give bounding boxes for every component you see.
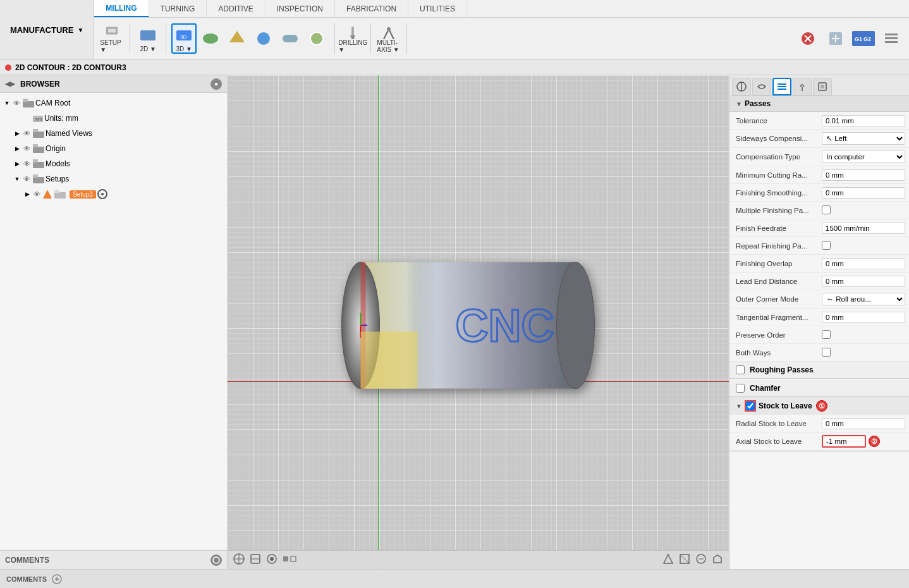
g1g2-btn[interactable]: G1G2 — [851, 23, 876, 54]
tab-turning[interactable]: TURNING — [149, 0, 207, 17]
models-eye[interactable]: 👁 — [21, 159, 32, 169]
props-tab-link[interactable] — [793, 78, 812, 95]
comments-icon[interactable] — [210, 554, 222, 566]
lead-end-label: Lead End Distance — [729, 276, 818, 287]
comp-type-select[interactable]: In computer In control None — [822, 150, 905, 163]
finish-smoothing-value[interactable] — [818, 186, 909, 200]
lead-end-input[interactable] — [822, 276, 905, 287]
tab-inspection[interactable]: INSPECTION — [265, 0, 335, 17]
finish-smoothing-input[interactable] — [822, 187, 905, 199]
tree-item-units[interactable]: ▶ 👁 mm Units: mm — [0, 111, 227, 126]
tree-item-named-views[interactable]: ▶ 👁 Named Views — [0, 126, 227, 141]
corner-mode-value[interactable]: ～ Roll arou... Sharp Chamfer — [818, 291, 909, 307]
3d-btn5[interactable] — [278, 23, 303, 54]
finish-overlap-input[interactable] — [822, 258, 905, 269]
repeat-finish-checkbox[interactable] — [822, 241, 831, 250]
tree-item-origin[interactable]: ▶ 👁 Origin — [0, 141, 227, 156]
tree-item-setups[interactable]: ▼ 👁 Setups — [0, 171, 227, 187]
tab-additive[interactable]: ADDITIVE — [207, 0, 265, 17]
vp-btn-2[interactable] — [249, 553, 262, 567]
stock-leave-checkbox[interactable] — [746, 401, 755, 410]
finish-feedrate-input[interactable] — [822, 223, 905, 234]
stock-leave-header[interactable]: ▼ Stock to Leave ① — [729, 397, 909, 415]
finish-feedrate-value[interactable] — [818, 221, 909, 235]
both-ways-checkbox[interactable] — [822, 348, 831, 357]
2d-btn[interactable]: 2D ▼ — [135, 23, 161, 54]
sideways-comp-value[interactable]: ↖ Left Right Center — [818, 131, 909, 146]
roughing-section[interactable]: Roughing Passes — [729, 362, 909, 379]
3d-btn6[interactable] — [304, 23, 329, 54]
drilling-btn[interactable]: DRILLING ▼ — [340, 23, 365, 54]
3d-contour-btn[interactable]: 3D 3D ▼ — [171, 23, 197, 54]
3d-group: 3D 3D ▼ — [171, 23, 335, 54]
lead-end-value[interactable] — [818, 274, 909, 288]
vp-right-btn4[interactable] — [711, 553, 724, 567]
browser-collapse-btn[interactable]: ● — [210, 78, 222, 90]
multi-finish-checkbox[interactable] — [822, 205, 831, 214]
extra-btn1[interactable] — [795, 23, 821, 54]
finish-overlap-label: Finishing Overlap — [729, 258, 818, 269]
axial-stock-value[interactable]: ② — [818, 434, 909, 449]
vp-right-btn2[interactable] — [678, 553, 691, 567]
tab-utilities[interactable]: UTILITIES — [408, 0, 467, 17]
extra-btn2[interactable] — [823, 23, 848, 54]
svg-rect-71 — [821, 85, 824, 89]
browser-arrows[interactable]: ◀▶ — [5, 80, 15, 87]
svg-point-56 — [270, 557, 274, 561]
3d-btn2[interactable] — [198, 23, 223, 54]
tree-item-models[interactable]: ▶ 👁 Models — [0, 156, 227, 171]
preserve-order-checkbox[interactable] — [822, 330, 831, 339]
setups-eye[interactable]: 👁 — [21, 174, 32, 184]
2d-group: 2D ▼ — [135, 23, 166, 54]
sideways-comp-select[interactable]: ↖ Left Right Center — [822, 132, 905, 145]
3d-btn3[interactable] — [224, 23, 250, 54]
tree-item-setup3[interactable]: ▶ 👁 Setup3 — [0, 187, 227, 202]
setup-btn[interactable]: SETUP ▼ — [99, 23, 125, 54]
tab-milling[interactable]: MILLING — [94, 0, 149, 17]
props-tab-route[interactable] — [752, 78, 771, 95]
chamfer-checkbox[interactable] — [736, 384, 745, 393]
cam-root-eye[interactable]: 👁 — [11, 98, 21, 108]
both-ways-value[interactable] — [818, 346, 909, 359]
min-cutting-value[interactable] — [818, 168, 909, 182]
multi-finish-value[interactable] — [818, 204, 909, 217]
repeat-finish-value[interactable] — [818, 240, 909, 252]
comp-type-value[interactable]: In computer In control None — [818, 149, 909, 164]
radial-stock-input[interactable] — [822, 418, 905, 429]
tolerance-value[interactable] — [818, 114, 909, 128]
chamfer-section[interactable]: Chamfer — [729, 380, 909, 397]
finish-overlap-value[interactable] — [818, 257, 909, 271]
props-tab-stock[interactable] — [813, 78, 832, 95]
tang-frag-input[interactable] — [822, 312, 905, 323]
list-btn[interactable] — [879, 23, 904, 54]
roughing-checkbox[interactable] — [736, 365, 745, 374]
min-cutting-input[interactable] — [822, 169, 905, 181]
corner-mode-select[interactable]: ～ Roll arou... Sharp Chamfer — [822, 293, 905, 305]
props-tab-tool[interactable] — [732, 78, 751, 95]
chamfer-label: Chamfer — [750, 384, 781, 393]
tree-item-cam-root[interactable]: ▼ 👁 CAM Root — [0, 95, 227, 111]
comments-expand-icon[interactable] — [52, 574, 62, 584]
origin-eye[interactable]: 👁 — [21, 144, 32, 154]
tolerance-input[interactable] — [822, 115, 905, 126]
manufacture-button[interactable]: MANUFACTURE ▼ — [0, 0, 94, 59]
viewport[interactable]: CNC — [228, 75, 729, 569]
tang-frag-value[interactable] — [818, 310, 909, 324]
tab-fabrication[interactable]: FABRICATION — [335, 0, 408, 17]
3d-btn4[interactable] — [251, 23, 276, 54]
props-tab-passes[interactable] — [772, 78, 791, 95]
passes-section-header[interactable]: ▼ Passes — [729, 96, 909, 112]
vp-btn-4[interactable] — [282, 553, 297, 567]
named-views-eye[interactable]: 👁 — [21, 128, 32, 138]
props-tabs — [729, 75, 909, 96]
preserve-order-value[interactable] — [818, 329, 909, 341]
vp-btn-1[interactable] — [233, 553, 245, 567]
setup3-eye[interactable]: 👁 — [32, 189, 42, 199]
vp-right-btn1[interactable] — [662, 553, 674, 567]
vp-right-btn3[interactable] — [695, 553, 707, 567]
stock-leave-section: ▼ Stock to Leave ① Radial Stock to Leave… — [729, 397, 909, 451]
radial-stock-value[interactable] — [818, 417, 909, 431]
vp-btn-3[interactable] — [265, 553, 278, 567]
axial-stock-input[interactable] — [822, 435, 866, 448]
multiaxis-btn[interactable]: MULTI-AXIS ▼ — [376, 23, 401, 54]
